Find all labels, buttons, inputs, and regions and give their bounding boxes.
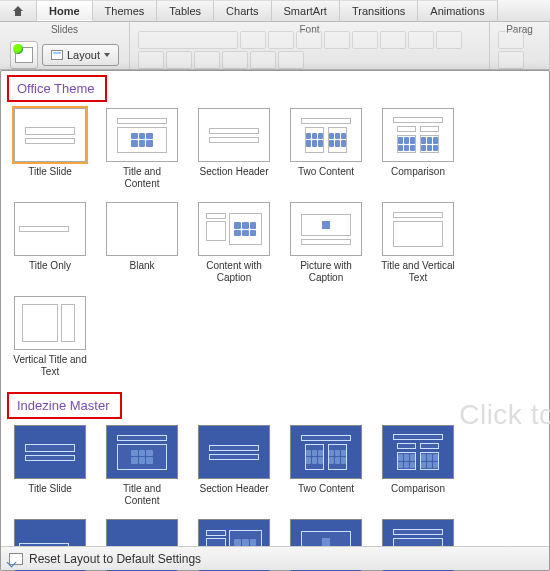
layout-label: Blank — [129, 260, 154, 284]
layout-thumb — [198, 425, 270, 479]
layout-option[interactable]: Section Header — [197, 425, 271, 507]
new-slide-button[interactable] — [10, 41, 38, 69]
layout-thumb — [14, 108, 86, 162]
layout-label: Title and Vertical Text — [381, 260, 455, 284]
section-title-indezine-master: Indezine Master — [11, 394, 118, 417]
layout-thumb — [290, 425, 362, 479]
layout-label: Vertical Title and Text — [13, 354, 87, 378]
layout-label: Comparison — [391, 483, 445, 507]
layout-label: Picture with Caption — [289, 260, 363, 284]
layout-button-label: Layout — [67, 49, 100, 61]
annotation-box-office-theme: Office Theme — [7, 75, 107, 102]
tab-home[interactable]: Home — [37, 0, 93, 21]
layout-label: Title and Content — [105, 483, 179, 507]
layout-thumb — [106, 202, 178, 256]
layout-label: Two Content — [298, 166, 354, 190]
reset-icon — [9, 553, 23, 565]
layout-option[interactable]: Two Content — [289, 108, 363, 190]
tab-tables[interactable]: Tables — [157, 0, 214, 21]
layout-label: Comparison — [391, 166, 445, 190]
ribbon-tabs: Home Themes Tables Charts SmartArt Trans… — [0, 0, 550, 22]
layout-option[interactable]: Comparison — [381, 425, 455, 507]
section-title-office-theme: Office Theme — [11, 77, 103, 100]
home-icon-tab[interactable] — [0, 0, 37, 21]
layout-label: Title Only — [29, 260, 71, 284]
layout-option[interactable]: Title and Content — [105, 425, 179, 507]
layout-option[interactable]: Section Header — [197, 108, 271, 190]
layouts-grid-office-theme: Title SlideTitle and ContentSection Head… — [1, 102, 549, 388]
group-paragraph: Parag — [490, 22, 550, 69]
layout-thumb — [198, 108, 270, 162]
ribbon-groups: Slides Layout Font Parag — [0, 22, 550, 70]
layout-option[interactable]: Picture with Caption — [289, 202, 363, 284]
layout-label: Section Header — [200, 483, 269, 507]
tab-animations[interactable]: Animations — [418, 0, 497, 21]
tab-smartart[interactable]: SmartArt — [272, 0, 340, 21]
paragraph-controls-disabled — [498, 31, 541, 69]
layout-thumb — [14, 202, 86, 256]
layout-button[interactable]: Layout — [42, 44, 119, 66]
layout-icon — [51, 50, 63, 60]
layout-option[interactable]: Content with Caption — [197, 202, 271, 284]
layout-option[interactable]: Title Only — [13, 202, 87, 284]
chevron-down-icon — [104, 53, 110, 57]
layout-thumb — [382, 108, 454, 162]
layout-option[interactable]: Blank — [105, 202, 179, 284]
layout-label: Title Slide — [28, 483, 72, 507]
group-slides: Slides Layout — [0, 22, 130, 69]
layout-label: Two Content — [298, 483, 354, 507]
layout-option[interactable]: Title Slide — [13, 108, 87, 190]
layout-thumb — [198, 202, 270, 256]
tab-themes[interactable]: Themes — [93, 0, 158, 21]
layout-option[interactable]: Comparison — [381, 108, 455, 190]
tab-transitions[interactable]: Transitions — [340, 0, 418, 21]
layout-label: Content with Caption — [197, 260, 271, 284]
layout-label: Section Header — [200, 166, 269, 190]
layout-thumb — [14, 425, 86, 479]
font-controls-disabled — [138, 31, 481, 69]
house-icon — [12, 5, 24, 17]
layout-option[interactable]: Vertical Title and Text — [13, 296, 87, 378]
layout-option[interactable]: Title and Content — [105, 108, 179, 190]
gallery-footer: Reset Layout to Default Settings — [1, 546, 549, 570]
group-font: Font — [130, 22, 490, 69]
layout-thumb — [106, 108, 178, 162]
layout-thumb — [382, 202, 454, 256]
layout-thumb — [290, 108, 362, 162]
annotation-box-indezine-master: Indezine Master — [7, 392, 122, 419]
layout-thumb — [290, 202, 362, 256]
layout-label: Title and Content — [105, 166, 179, 190]
reset-layout-button[interactable]: Reset Layout to Default Settings — [29, 552, 201, 566]
layout-gallery-panel: Click to Office Theme Title SlideTitle a… — [0, 70, 550, 571]
group-label-slides: Slides — [0, 24, 129, 35]
layout-option[interactable]: Title and Vertical Text — [381, 202, 455, 284]
layout-thumb — [382, 425, 454, 479]
layout-thumb — [14, 296, 86, 350]
layout-thumb — [106, 425, 178, 479]
layout-option[interactable]: Two Content — [289, 425, 363, 507]
layout-option[interactable]: Title Slide — [13, 425, 87, 507]
tab-charts[interactable]: Charts — [214, 0, 271, 21]
layout-label: Title Slide — [28, 166, 72, 190]
